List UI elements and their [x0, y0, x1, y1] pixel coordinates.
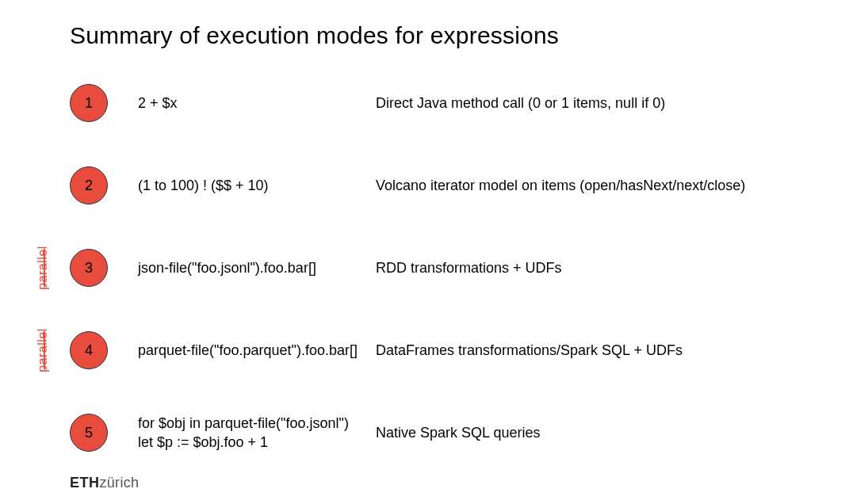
mode-expression: for $obj in parquet-file("foo.jsonl") le…	[138, 414, 376, 452]
mode-number: 2	[85, 178, 93, 194]
slide-title: Summary of execution modes for expressio…	[70, 22, 801, 49]
mode-description: RDD transformations + UDFs	[376, 258, 562, 277]
parallel-label: parallel	[36, 328, 50, 372]
mode-number-badge: 3	[70, 249, 108, 287]
mode-row: 2 (1 to 100) ! ($$ + 10) Volcano iterato…	[70, 163, 801, 208]
footer-eth: ETH	[70, 475, 100, 491]
mode-number-badge: 2	[70, 166, 108, 204]
mode-expression: (1 to 100) ! ($$ + 10)	[138, 176, 376, 195]
mode-description: Native Spark SQL queries	[376, 423, 540, 442]
mode-description: DataFrames transformations/Spark SQL + U…	[376, 341, 683, 360]
rows-container: 1 2 + $x Direct Java method call (0 or 1…	[70, 81, 801, 455]
mode-number: 3	[85, 260, 93, 277]
mode-expression: 2 + $x	[138, 94, 376, 113]
mode-row: 5 for $obj in parquet-file("foo.jsonl") …	[70, 410, 801, 455]
mode-row: 1 2 + $x Direct Java method call (0 or 1…	[70, 81, 801, 125]
mode-number: 5	[85, 425, 93, 441]
mode-row: parallel 3 json-file("foo.jsonl").foo.ba…	[70, 246, 801, 290]
mode-number: 4	[85, 342, 93, 359]
mode-expression: parquet-file("foo.parquet").foo.bar[]	[138, 341, 376, 360]
parallel-label: parallel	[36, 246, 50, 290]
mode-number: 1	[85, 95, 93, 112]
mode-number-badge: 4	[70, 331, 108, 369]
mode-number-badge: 5	[70, 414, 108, 452]
footer-zurich: zürich	[100, 475, 140, 491]
mode-row: parallel 4 parquet-file("foo.parquet").f…	[70, 328, 801, 372]
slide: Summary of execution modes for expressio…	[0, 0, 849, 504]
mode-number-badge: 1	[70, 84, 108, 122]
mode-description: Direct Java method call (0 or 1 items, n…	[376, 94, 665, 113]
mode-description: Volcano iterator model on items (open/ha…	[376, 176, 745, 195]
footer-logo: ETHzürich	[70, 475, 139, 491]
mode-expression: json-file("foo.jsonl").foo.bar[]	[138, 258, 376, 277]
